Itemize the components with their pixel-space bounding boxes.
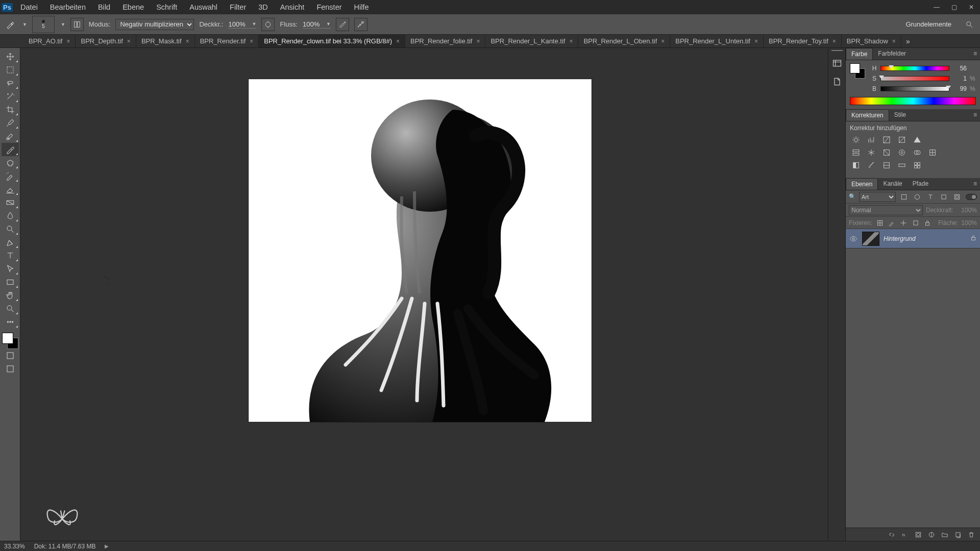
adj-curves-icon[interactable]: [880, 135, 893, 145]
rectangle-tool[interactable]: [2, 276, 19, 289]
panel-adjust-menu-icon[interactable]: ≡: [970, 109, 980, 121]
close-tab-icon[interactable]: ×: [127, 38, 131, 45]
close-tab-icon[interactable]: ×: [476, 38, 480, 45]
magic-wand-tool[interactable]: [2, 90, 19, 103]
flow-input-wrap[interactable]: ▼: [303, 20, 331, 29]
document-tab[interactable]: BPR_Render_folie.tif×: [405, 35, 485, 47]
layer-row[interactable]: Hintergrund: [846, 229, 980, 248]
filter-pixel-icon[interactable]: [899, 192, 909, 202]
dodge-tool[interactable]: [2, 222, 19, 236]
menu-hilfe[interactable]: Hilfe: [348, 1, 375, 13]
zoom-level[interactable]: 33.33%: [4, 543, 25, 550]
brush-panel-toggle-icon[interactable]: [70, 18, 84, 31]
adj-chanmix-icon[interactable]: [911, 147, 923, 158]
adj-threshold-icon[interactable]: [880, 160, 893, 170]
gradient-tool[interactable]: [2, 196, 19, 209]
search-icon[interactable]: [963, 18, 976, 31]
lock-position-icon[interactable]: [899, 218, 908, 228]
maximize-button[interactable]: ▢: [945, 2, 963, 13]
layer-thumbnail[interactable]: [862, 232, 879, 246]
filter-adjust-icon[interactable]: [912, 192, 922, 202]
adj-hue-icon[interactable]: [850, 147, 862, 158]
canvas-viewport[interactable]: [20, 48, 828, 541]
blur-tool[interactable]: [2, 209, 19, 222]
close-button[interactable]: ✕: [963, 2, 980, 13]
link-layers-icon[interactable]: [887, 530, 896, 539]
panel-layers-menu-icon[interactable]: ≡: [970, 178, 980, 190]
close-tab-icon[interactable]: ×: [892, 38, 896, 45]
layer-lock-icon[interactable]: [970, 234, 977, 243]
delete-layer-icon[interactable]: [967, 530, 976, 539]
menu-bearbeiten[interactable]: Bearbeiten: [44, 1, 92, 13]
type-tool[interactable]: [2, 249, 19, 262]
quick-mask-icon[interactable]: [2, 349, 19, 362]
crop-tool[interactable]: [2, 103, 19, 116]
brush-tool[interactable]: [2, 143, 19, 156]
clone-stamp-tool[interactable]: [2, 156, 19, 169]
tab-stile[interactable]: Stile: [889, 109, 911, 121]
opacity-input[interactable]: [228, 20, 251, 28]
adj-bw-icon[interactable]: [880, 147, 893, 158]
document-tab[interactable]: BPR_Render_Toy.tif×: [764, 35, 842, 47]
lock-all-icon[interactable]: [923, 218, 932, 228]
close-tab-icon[interactable]: ×: [569, 38, 573, 45]
adj-levels-icon[interactable]: [865, 135, 877, 145]
minimize-button[interactable]: ―: [928, 2, 945, 13]
close-tab-icon[interactable]: ×: [832, 38, 836, 45]
properties-panel-icon[interactable]: [830, 74, 844, 89]
airbrush-toggle-icon[interactable]: [336, 18, 349, 31]
layer-blend-mode-select[interactable]: Normal: [849, 205, 923, 215]
menu-ebene[interactable]: Ebene: [116, 1, 150, 13]
adj-posterize-icon[interactable]: [865, 160, 877, 170]
screen-mode-icon[interactable]: [2, 362, 19, 375]
tool-preset-caret-icon[interactable]: ▼: [22, 22, 27, 27]
history-panel-icon[interactable]: [830, 56, 844, 70]
menu-filter[interactable]: Filter: [224, 1, 252, 13]
menu-bild[interactable]: Bild: [92, 1, 116, 13]
fill-value[interactable]: 100%: [961, 219, 977, 227]
tab-ebenen[interactable]: Ebenen: [846, 178, 878, 190]
document-tab[interactable]: BPR_Render_L_Unten.tif×: [670, 35, 764, 47]
group-layer-icon[interactable]: [940, 530, 949, 539]
eraser-tool[interactable]: [2, 183, 19, 196]
layers-filter-kind-select[interactable]: Art: [859, 192, 896, 202]
layer-name[interactable]: Hintergrund: [884, 235, 966, 242]
adj-invert-icon[interactable]: [850, 160, 862, 170]
pen-tool[interactable]: [2, 236, 19, 249]
document-tab[interactable]: BPR_Render.tif×: [195, 35, 259, 47]
status-caret-icon[interactable]: ▶: [105, 543, 109, 549]
saturation-slider[interactable]: S 1 %: [871, 73, 976, 84]
menu-ansicht[interactable]: Ansicht: [274, 1, 311, 13]
history-brush-tool[interactable]: [2, 169, 19, 183]
menu-fenster[interactable]: Fenster: [310, 1, 348, 13]
adj-photofilter-icon[interactable]: [896, 147, 908, 158]
document-tab[interactable]: BPR_Depth.tif×: [76, 35, 136, 47]
foreground-background-swatches[interactable]: [2, 333, 18, 349]
hand-tool[interactable]: [2, 289, 19, 302]
tab-farbfelder[interactable]: Farbfelder: [873, 48, 911, 60]
dock-drag-handle-icon[interactable]: [831, 50, 843, 52]
layer-opacity-value[interactable]: 100%: [957, 207, 977, 214]
document-tab[interactable]: BPR_AO.tif×: [23, 35, 76, 47]
menu-datei[interactable]: Datei: [14, 1, 44, 13]
blend-mode-select[interactable]: Negativ multiplizieren: [115, 19, 194, 30]
adj-exposure-icon[interactable]: [896, 135, 908, 145]
document-tab[interactable]: BPR_Render_L_Kante.tif×: [485, 35, 578, 47]
spectrum-strip[interactable]: [850, 97, 976, 105]
adj-selcolor-icon[interactable]: [911, 160, 923, 170]
tab-farbe[interactable]: Farbe: [846, 48, 873, 60]
adj-colorlookup-icon[interactable]: [926, 147, 939, 158]
healing-brush-tool[interactable]: [2, 130, 19, 143]
opacity-input-wrap[interactable]: ▼: [228, 20, 256, 29]
marquee-tool[interactable]: [2, 63, 19, 77]
opacity-pressure-toggle-icon[interactable]: [261, 18, 275, 31]
layer-visibility-icon[interactable]: [849, 234, 858, 243]
menu-3d[interactable]: 3D: [252, 1, 274, 13]
filter-smart-icon[interactable]: [952, 192, 962, 202]
lock-transparency-icon[interactable]: [875, 218, 884, 228]
close-tab-icon[interactable]: ×: [396, 38, 400, 45]
document-tab[interactable]: BPR_Render_clown.tif bei 33.3% (RGB/8#)×: [259, 35, 405, 47]
close-tab-icon[interactable]: ×: [754, 38, 758, 45]
layer-mask-icon[interactable]: [914, 530, 923, 539]
filter-shape-icon[interactable]: [939, 192, 949, 202]
